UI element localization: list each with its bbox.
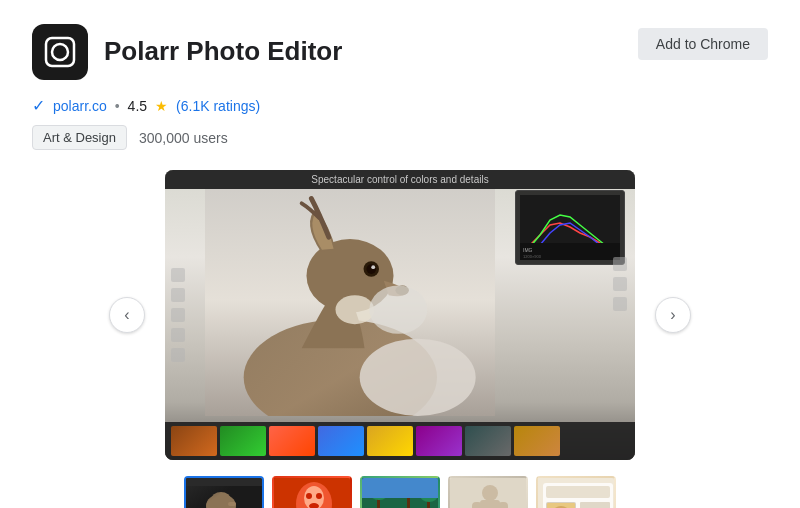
- category-badge: Art & Design: [32, 125, 127, 150]
- thumbnail-2[interactable]: [272, 476, 352, 508]
- svg-point-11: [360, 339, 476, 416]
- thumbnail-5[interactable]: [536, 476, 616, 508]
- svg-rect-50: [580, 502, 610, 508]
- filmstrip: [165, 422, 635, 460]
- svg-point-8: [371, 265, 375, 269]
- toolbar-icon-4: [171, 328, 185, 342]
- ratings-link[interactable]: (6.1K ratings): [176, 98, 260, 114]
- website-link[interactable]: polarr.co: [53, 98, 107, 114]
- thumbnail-4[interactable]: [448, 476, 528, 508]
- right-toolbar-icon-2: [613, 277, 627, 291]
- svg-rect-45: [450, 478, 528, 508]
- app-header: Polarr Photo Editor Add to Chrome: [32, 24, 768, 80]
- main-screenshot: Spectacular control of colors and detail…: [165, 170, 635, 460]
- filmstrip-thumb-1: [171, 426, 217, 456]
- filmstrip-thumb-3: [269, 426, 315, 456]
- filmstrip-thumb-4: [318, 426, 364, 456]
- svg-point-19: [206, 494, 236, 508]
- histogram-svg: IMG 1200×900: [520, 195, 620, 260]
- svg-rect-17: [186, 478, 264, 486]
- svg-point-20: [211, 492, 231, 508]
- screenshot-title-bar: Spectacular control of colors and detail…: [165, 170, 635, 189]
- svg-point-10: [369, 286, 427, 334]
- thumbnail-1[interactable]: [184, 476, 264, 508]
- histogram-overlay: IMG 1200×900: [515, 190, 625, 265]
- right-toolbar-icon-1: [613, 257, 627, 271]
- header-left: Polarr Photo Editor: [32, 24, 342, 80]
- carousel-next-button[interactable]: ›: [655, 297, 691, 333]
- svg-text:IMG: IMG: [523, 247, 533, 253]
- rating-separator: •: [115, 98, 120, 114]
- thumbnail-3[interactable]: [360, 476, 440, 508]
- deer-image: [195, 184, 505, 416]
- toolbar-icon-2: [171, 288, 185, 302]
- deer-svg: [195, 184, 505, 416]
- users-count: 300,000 users: [139, 130, 228, 146]
- left-toolbar: [171, 268, 185, 362]
- screenshot-carousel: ‹ Spectacular control of colors and deta…: [32, 170, 768, 460]
- thumbnail-strip: [32, 476, 768, 508]
- app-title: Polarr Photo Editor: [104, 36, 342, 67]
- toolbar-icon-3: [171, 308, 185, 322]
- tag-row: Art & Design 300,000 users: [32, 125, 768, 150]
- svg-rect-48: [546, 486, 610, 498]
- right-toolbar: [613, 257, 627, 311]
- toolbar-icon-5: [171, 348, 185, 362]
- filmstrip-thumb-8: [514, 426, 560, 456]
- meta-row: ✓ polarr.co • 4.5 ★ (6.1K ratings): [32, 96, 768, 115]
- filmstrip-thumb-5: [367, 426, 413, 456]
- page-container: Polarr Photo Editor Add to Chrome ✓ pola…: [0, 0, 800, 508]
- toolbar-icon-1: [171, 268, 185, 282]
- app-icon: [32, 24, 88, 80]
- filmstrip-thumb-2: [220, 426, 266, 456]
- svg-rect-16: [186, 478, 264, 508]
- add-to-chrome-button[interactable]: Add to Chrome: [638, 28, 768, 60]
- svg-text:1200×900: 1200×900: [523, 254, 542, 259]
- filmstrip-thumb-7: [465, 426, 511, 456]
- right-toolbar-icon-3: [613, 297, 627, 311]
- svg-point-1: [52, 44, 68, 60]
- app-icon-svg: [42, 34, 78, 70]
- svg-rect-0: [46, 38, 74, 66]
- svg-point-27: [316, 493, 322, 499]
- star-icon: ★: [155, 98, 168, 114]
- rating-value: 4.5: [128, 98, 147, 114]
- svg-point-26: [306, 493, 312, 499]
- verified-icon: ✓: [32, 96, 45, 115]
- svg-point-9: [336, 295, 375, 324]
- svg-point-7: [366, 264, 376, 274]
- svg-rect-21: [228, 502, 236, 506]
- carousel-prev-button[interactable]: ‹: [109, 297, 145, 333]
- svg-rect-37: [362, 478, 440, 498]
- filmstrip-thumb-6: [416, 426, 462, 456]
